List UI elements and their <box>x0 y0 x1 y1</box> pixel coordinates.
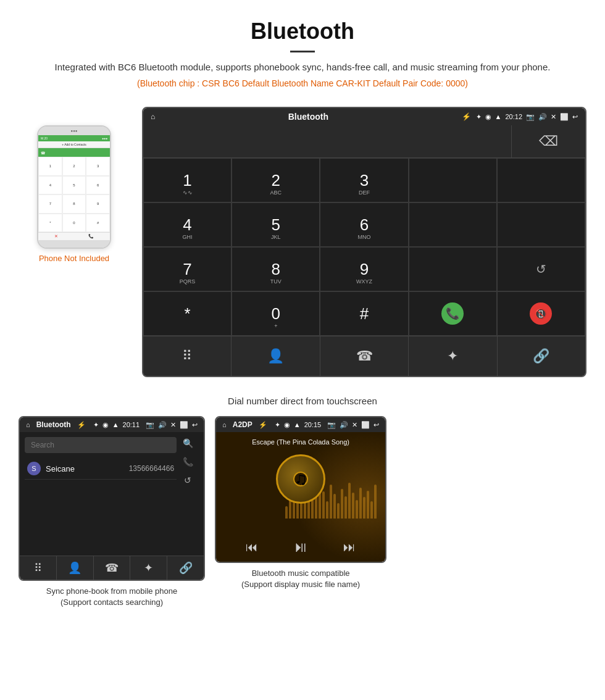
phone-key[interactable]: 3 <box>86 157 110 176</box>
music-usb-icon: ⚡ <box>259 421 267 429</box>
window-icon[interactable]: ⬜ <box>560 113 569 121</box>
music-cam-icon[interactable]: 📷 <box>327 421 336 429</box>
panel-win-icon[interactable]: ⬜ <box>180 421 188 429</box>
phonebook-panel: ⌂ Bluetooth ⚡ ✦ ◉ ▲ 20:11 📷 🔊 ✕ ⬜ ↩ Sear <box>19 416 205 581</box>
back-icon[interactable]: ↩ <box>572 113 578 121</box>
music-song-title: Escape (The Pina Colada Song) <box>216 432 385 449</box>
call-icon-side[interactable]: 📞 <box>183 457 193 467</box>
phone-key[interactable]: 0 <box>62 214 86 233</box>
display-row: ⌫ <box>143 125 585 158</box>
search-icon-side[interactable]: 🔍 <box>183 438 193 448</box>
phone-image: ●●● M.20●●● + Add to Contacts ☎ 1 2 3 4 … <box>37 125 111 249</box>
dial-key-0[interactable]: 0+ <box>232 291 320 336</box>
page-specs: (Bluetooth chip : CSR BC6 Default Blueto… <box>37 78 568 88</box>
music-loc-icon: ◉ <box>284 421 290 429</box>
music-back-icon[interactable]: ↩ <box>373 421 379 429</box>
pbb-link[interactable]: 🔗 <box>167 556 204 580</box>
pbb-dialpad[interactable]: ⠿ <box>20 556 57 580</box>
camera-icon[interactable]: 📷 <box>526 113 535 121</box>
bluetooth-tab[interactable]: ✦ <box>409 336 497 376</box>
dial-key-6[interactable]: 6MNO <box>320 202 408 247</box>
volume-icon[interactable]: 🔊 <box>538 113 547 121</box>
pbb-phone[interactable]: ☎ <box>94 556 131 580</box>
dialpad-tab[interactable]: ⠿ <box>143 336 232 376</box>
dial-key-empty-1 <box>409 158 497 202</box>
phone-number-display: ☎ <box>38 148 110 157</box>
phone-key[interactable]: 4 <box>38 176 62 195</box>
music-win-icon[interactable]: ⬜ <box>361 421 370 429</box>
phone-key[interactable]: 8 <box>62 194 86 214</box>
music-time: 20:15 <box>304 421 322 428</box>
contact-name: Seicane <box>46 464 129 473</box>
dial-key-empty-2 <box>409 202 497 247</box>
panel-vol-icon[interactable]: 🔊 <box>158 421 167 429</box>
contact-phone: 13566664466 <box>129 464 174 473</box>
dialpad-grid: 1∿∿ 2ABC 3DEF 4GHI 5JKL 6MNO <box>143 158 585 336</box>
phone-key[interactable]: 1 <box>38 157 62 176</box>
location-icon: ◉ <box>485 113 491 121</box>
close-icon[interactable]: ✕ <box>551 113 556 121</box>
dial-key-backspace-col <box>497 158 585 202</box>
phone-key[interactable]: * <box>38 214 62 233</box>
music-vol-icon[interactable]: 🔊 <box>340 421 348 429</box>
dialer-statusbar: ⌂ Bluetooth ⚡ ✦ ◉ ▲ 20:12 📷 🔊 ✕ ⬜ ↩ <box>143 108 585 125</box>
phone-key[interactable]: 5 <box>62 176 86 195</box>
panel-close-icon[interactable]: ✕ <box>170 421 176 429</box>
phonebook-statusbar: ⌂ Bluetooth ⚡ ✦ ◉ ▲ 20:11 📷 🔊 ✕ ⬜ ↩ <box>20 417 204 432</box>
panel-bt-icon: ✦ <box>93 421 99 429</box>
dial-key-7[interactable]: 7PQRS <box>143 247 232 291</box>
dialer-title: Bluetooth <box>160 112 456 122</box>
dial-key-9[interactable]: 9WXYZ <box>320 247 408 291</box>
phone-key[interactable]: 6 <box>86 176 110 195</box>
bottom-panels: ⌂ Bluetooth ⚡ ✦ ◉ ▲ 20:11 📷 🔊 ✕ ⬜ ↩ Sear <box>0 416 605 623</box>
call-button[interactable]: 📞 <box>409 291 497 336</box>
phone-key[interactable]: 2 <box>62 157 86 176</box>
phone-tab[interactable]: ☎ <box>320 336 409 376</box>
panel-home-icon[interactable]: ⌂ <box>26 421 30 428</box>
backspace-button[interactable]: ⌫ <box>511 125 585 157</box>
redial-button[interactable]: ↺ <box>497 247 585 291</box>
dial-key-star[interactable]: * <box>143 291 232 336</box>
panel-usb-icon: ⚡ <box>77 421 86 429</box>
fast-forward-button[interactable]: ⏭ <box>343 540 356 554</box>
dial-key-8[interactable]: 8TUV <box>232 247 320 291</box>
music-bt-icon: ✦ <box>275 421 280 429</box>
contact-row[interactable]: S Seicane 13566664466 <box>25 458 177 480</box>
phone-key[interactable]: # <box>86 214 110 233</box>
music-panel-wrapper: ⌂ A2DP ⚡ ✦ ◉ ▲ 20:15 📷 🔊 ✕ ⬜ ↩ Escape (T… <box>215 416 386 610</box>
phone-key[interactable]: 7 <box>38 194 62 214</box>
usb-icon: ⚡ <box>462 112 471 121</box>
panel-back-icon[interactable]: ↩ <box>192 421 198 429</box>
dialpad-bottom-bar: ⠿ 👤 ☎ ✦ 🔗 <box>143 336 585 376</box>
home-icon[interactable]: ⌂ <box>151 112 155 121</box>
panel-cam-icon[interactable]: 📷 <box>146 421 154 429</box>
music-close-icon[interactable]: ✕ <box>352 421 357 429</box>
dial-key-3[interactable]: 3DEF <box>320 158 408 202</box>
phonebook-body: Search S Seicane 13566664466 🔍 📞 ↺ <box>20 432 204 556</box>
contacts-tab[interactable]: 👤 <box>232 336 320 376</box>
phone-key[interactable]: 9 <box>86 194 110 214</box>
contacts-icons: 🔍 📞 ↺ <box>177 437 199 485</box>
sync-icon-side[interactable]: ↺ <box>184 475 191 485</box>
pbb-contacts[interactable]: 👤 <box>57 556 94 580</box>
dial-key-5[interactable]: 5JKL <box>232 202 320 247</box>
dial-key-1[interactable]: 1∿∿ <box>143 158 232 202</box>
phonebook-caption: Sync phone-book from mobile phone (Suppo… <box>19 581 205 610</box>
dial-key-2[interactable]: 2ABC <box>232 158 320 202</box>
search-bar[interactable]: Search <box>25 437 177 453</box>
play-pause-button[interactable]: ⏯ <box>293 538 308 556</box>
pbb-bt[interactable]: ✦ <box>130 556 167 580</box>
music-home-icon[interactable]: ⌂ <box>222 421 227 428</box>
rewind-button[interactable]: ⏮ <box>246 540 258 554</box>
end-call-icon: 📵 <box>530 302 552 325</box>
dialer-body: ⌫ 1∿∿ 2ABC 3DEF 4GHI <box>143 125 585 376</box>
end-call-button[interactable]: 📵 <box>497 291 585 336</box>
settings-tab[interactable]: 🔗 <box>498 336 585 376</box>
contact-letter: S <box>27 462 41 475</box>
dial-key-hash[interactable]: # <box>320 291 408 336</box>
contacts-main: Search S Seicane 13566664466 <box>25 437 177 485</box>
dial-input[interactable] <box>143 125 511 157</box>
dial-key-4[interactable]: 4GHI <box>143 202 232 247</box>
album-art: ♫ <box>276 454 325 504</box>
panel-sig-icon: ▲ <box>112 421 119 428</box>
